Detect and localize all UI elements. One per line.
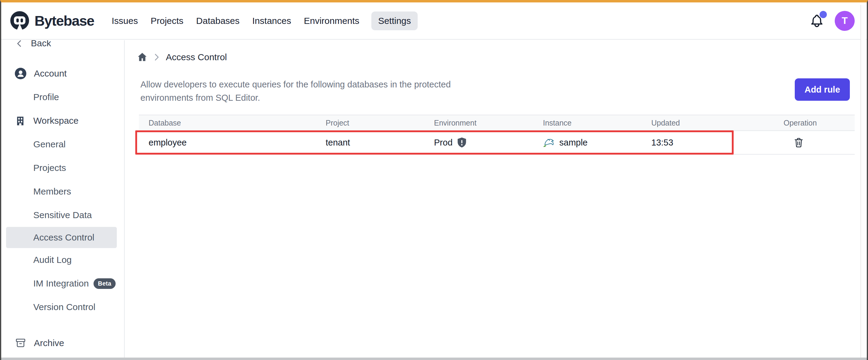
column-header-project: Project: [316, 119, 424, 127]
sidebar-item-general[interactable]: General: [1, 132, 124, 156]
sidebar-item-im-integration[interactable]: IM Integration Beta: [1, 272, 124, 295]
horizontal-scrollbar[interactable]: [1, 358, 867, 360]
sidebar-item-version-control[interactable]: Version Control: [1, 295, 124, 319]
archive-label: Archive: [34, 338, 64, 348]
add-rule-button[interactable]: Add rule: [795, 78, 850, 101]
sidebar-item-label: Members: [33, 186, 71, 197]
sidebar-item-label: Profile: [33, 92, 59, 102]
beta-badge: Beta: [94, 278, 116, 289]
sidebar-menu: Account Profile Workspace: [1, 62, 124, 319]
bytebase-logo[interactable]: Bytebase: [9, 10, 94, 31]
instance-name: sample: [559, 138, 588, 148]
column-header-environment: Environment: [424, 119, 533, 127]
nav-item-settings[interactable]: Settings: [371, 11, 417, 30]
table-header-row: Database Project Environment Instance Up…: [139, 114, 855, 131]
column-header-database: Database: [139, 119, 316, 127]
app-window: Bytebase Issues Projects Databases Insta…: [0, 0, 868, 360]
settings-sidebar: Back Account Profile: [1, 40, 125, 358]
column-header-operation: Operation: [774, 119, 855, 127]
sidebar-section-label: Account: [34, 68, 67, 79]
notification-bell-button[interactable]: [809, 13, 825, 28]
cell-project: tenant: [316, 138, 424, 148]
sidebar-item-label: General: [33, 139, 66, 150]
table-row: employee tenant Prod: [139, 131, 855, 155]
sidebar-item-label: Version Control: [33, 302, 95, 312]
cell-instance: sample: [533, 136, 642, 149]
trash-icon: [793, 137, 804, 148]
chevron-left-icon: [15, 40, 24, 48]
sidebar-item-members[interactable]: Members: [1, 180, 124, 203]
sidebar-item-label: Access Control: [33, 232, 94, 242]
nav-item-databases[interactable]: Databases: [195, 11, 240, 30]
building-icon: [14, 115, 26, 126]
nav-item-projects[interactable]: Projects: [150, 11, 184, 30]
sidebar-item-projects[interactable]: Projects: [1, 156, 124, 180]
user-circle-icon: [14, 67, 27, 79]
home-icon[interactable]: [137, 52, 148, 63]
cell-database: employee: [139, 138, 316, 148]
archive-box-icon: [14, 337, 27, 349]
user-avatar[interactable]: T: [835, 11, 855, 31]
access-rules-table: Database Project Environment Instance Up…: [139, 114, 855, 155]
nav-right-controls: T: [809, 11, 855, 31]
mysql-dolphin-icon: [543, 136, 556, 149]
top-navigation-bar: Bytebase Issues Projects Databases Insta…: [1, 2, 867, 40]
main-nav: Issues Projects Databases Instances Envi…: [111, 11, 417, 30]
cell-environment: Prod: [424, 137, 533, 148]
sidebar-item-archive[interactable]: Archive: [1, 334, 64, 352]
shield-exclamation-icon: [457, 137, 467, 148]
breadcrumb: Access Control: [137, 52, 227, 63]
notification-dot: [819, 11, 827, 18]
sidebar-item-label: Audit Log: [33, 255, 72, 265]
page-title: Access Control: [166, 52, 227, 62]
sidebar-item-label: Projects: [33, 163, 66, 173]
nav-item-instances[interactable]: Instances: [252, 11, 292, 30]
column-header-updated: Updated: [642, 119, 774, 127]
nav-item-issues[interactable]: Issues: [111, 11, 138, 30]
sidebar-item-label: IM Integration: [33, 278, 89, 289]
sidebar-item-access-control[interactable]: Access Control: [6, 227, 117, 248]
back-label: Back: [31, 40, 51, 48]
sidebar-section-workspace: Workspace: [1, 109, 124, 132]
cell-operation: [774, 137, 855, 148]
vertical-scrollbar-track[interactable]: [861, 5, 866, 358]
sidebar-item-profile[interactable]: Profile: [1, 85, 124, 109]
main-content: Access Control Allow developers to execu…: [126, 43, 867, 358]
chevron-right-icon: [154, 53, 160, 61]
delete-rule-button[interactable]: [793, 137, 804, 148]
sidebar-item-label: Sensitive Data: [33, 210, 92, 220]
sidebar-item-audit-log[interactable]: Audit Log: [1, 248, 124, 272]
sidebar-section-label: Workspace: [33, 116, 79, 126]
back-button[interactable]: Back: [1, 40, 124, 51]
sidebar-item-sensitive-data[interactable]: Sensitive Data: [1, 203, 124, 227]
bytebase-logo-icon: [9, 10, 30, 31]
nav-item-environments[interactable]: Environments: [303, 11, 360, 30]
column-header-instance: Instance: [533, 119, 642, 127]
sidebar-section-account: Account: [1, 62, 124, 85]
brand-name: Bytebase: [34, 12, 94, 29]
page-description: Allow developers to execute queries for …: [141, 78, 489, 104]
environment-name: Prod: [434, 138, 453, 148]
cell-updated: 13:53: [642, 138, 774, 148]
